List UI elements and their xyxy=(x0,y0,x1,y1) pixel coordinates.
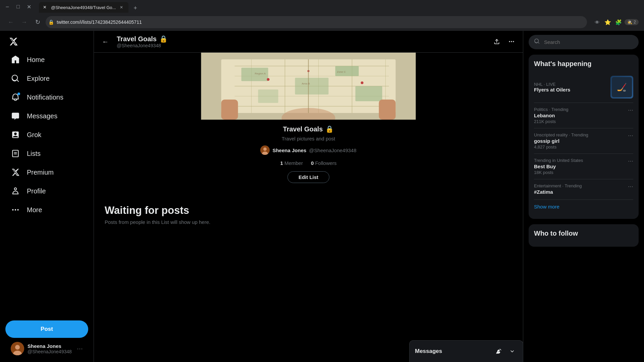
tab-bar: ✕ @SheenaJone49348/Travel Go... ✕ + xyxy=(36,1,143,13)
lebanon-more-icon[interactable]: ⋯ xyxy=(628,107,633,113)
user-profile-bar[interactable]: Sheena Jones @SheenaJone49348 ⋯ xyxy=(5,338,88,359)
address-bar[interactable]: 🔒 twitter.com/i/lists/174238425264440571… xyxy=(46,16,587,28)
browser-extra-controls: 👁 ⭐ 🧩 🕵️ 2 xyxy=(592,17,639,27)
close-button[interactable]: ✕ xyxy=(24,2,34,11)
owner-handle: @SheenaJone49348 xyxy=(309,147,356,153)
more-options-button[interactable] xyxy=(505,36,518,48)
browser-nav-bar: ← → ↻ 🔒 twitter.com/i/lists/174238425264… xyxy=(0,13,644,31)
trending-item-zatima[interactable]: Entertainment · Trending #Zatima ⋯ xyxy=(534,179,633,200)
browser-title-bar: – □ ✕ ✕ @SheenaJone49348/Travel Go... ✕ … xyxy=(0,0,644,13)
header-actions xyxy=(491,36,518,48)
new-tab-button[interactable]: + xyxy=(130,3,140,13)
main-content: ← Travel Goals 🔒 @SheenaJone49348 xyxy=(94,31,523,362)
search-bar[interactable] xyxy=(529,35,639,49)
sidebar-lists-label: Lists xyxy=(27,150,41,158)
post-button[interactable]: Post xyxy=(5,320,88,338)
url-display: twitter.com/i/lists/1742384252644405711 xyxy=(57,19,583,25)
svg-rect-19 xyxy=(356,86,382,101)
svg-text:Area B: Area B xyxy=(302,82,310,85)
app-layout: Home Explore Notifications xyxy=(0,31,644,362)
who-to-follow-section: Who to follow xyxy=(529,224,639,247)
list-title-display: Travel Goals 🔒 xyxy=(99,125,518,133)
refresh-button[interactable]: ↻ xyxy=(32,17,43,27)
sidebar-item-lists[interactable]: Lists xyxy=(5,145,88,162)
compose-message-button[interactable] xyxy=(493,346,504,357)
eye-slash-icon[interactable]: 👁 xyxy=(592,17,602,27)
lebanon-meta: Politics · Trending xyxy=(534,107,633,112)
notification-dot xyxy=(17,93,20,95)
banner-image: Region A Area B Zone C xyxy=(94,53,523,120)
member-count-stat[interactable]: 1 Member xyxy=(280,160,303,166)
svg-rect-18 xyxy=(258,89,278,103)
home-icon xyxy=(11,55,20,64)
incognito-badge[interactable]: 🕵️ 2 xyxy=(625,19,639,25)
collapse-messages-button[interactable] xyxy=(507,346,518,357)
search-icon xyxy=(534,38,540,46)
gossip-girl-count: 4,827 posts xyxy=(534,144,633,149)
follower-count-stat[interactable]: 0 Followers xyxy=(311,160,337,166)
whats-happening-title: What's happening xyxy=(534,60,633,68)
trending-item-lebanon[interactable]: Politics · Trending Lebanon 211K posts ⋯ xyxy=(534,103,633,128)
user-display-name: Sheena Jones xyxy=(28,343,73,349)
list-stats: 1 Member 0 Followers xyxy=(99,160,518,166)
svg-point-20 xyxy=(267,78,270,81)
svg-text:Zone C: Zone C xyxy=(337,70,346,73)
trending-item-nhl[interactable]: NHL · LIVE Flyers at Oilers 🏒 xyxy=(534,72,633,103)
maximize-button[interactable]: □ xyxy=(13,2,23,11)
show-more-link[interactable]: Show more xyxy=(534,200,633,214)
profile-icon xyxy=(11,186,20,196)
bookmark-icon[interactable]: ⭐ xyxy=(603,17,612,27)
trending-item-best-buy[interactable]: Trending in United States Best Buy 18K p… xyxy=(534,154,633,179)
zatima-meta: Entertainment · Trending xyxy=(534,183,633,188)
user-more-icon[interactable]: ⋯ xyxy=(77,345,83,352)
list-lock-symbol: 🔒 xyxy=(325,125,334,133)
grok-icon xyxy=(11,130,20,139)
trending-item-live-content: NHL · LIVE Flyers at Oilers 🏒 xyxy=(534,76,633,99)
sidebar-item-explore[interactable]: Explore xyxy=(5,70,88,87)
sidebar-item-grok[interactable]: Grok xyxy=(5,126,88,143)
gossip-girl-meta: Unscripted reality · Trending xyxy=(534,132,633,137)
svg-point-1 xyxy=(15,345,20,350)
header-title-text: Travel Goals xyxy=(117,35,157,43)
share-button[interactable] xyxy=(491,36,503,48)
trending-item-gossip-girl[interactable]: Unscripted reality · Trending gossip gir… xyxy=(534,128,633,154)
gossip-girl-more-icon[interactable]: ⋯ xyxy=(628,132,633,139)
header-title-block: Travel Goals 🔒 @SheenaJone49348 xyxy=(117,35,485,48)
active-tab[interactable]: ✕ @SheenaJone49348/Travel Go... ✕ xyxy=(39,2,128,13)
search-input[interactable] xyxy=(544,39,633,45)
best-buy-topic: Best Buy xyxy=(534,164,633,169)
svg-text:🏒: 🏒 xyxy=(617,82,627,92)
edit-list-button[interactable]: Edit List xyxy=(287,171,329,183)
sidebar-messages-label: Messages xyxy=(27,112,57,120)
sidebar-explore-label: Explore xyxy=(27,75,50,82)
tab-close-icon[interactable]: ✕ xyxy=(118,4,124,10)
sidebar-item-home[interactable]: Home xyxy=(5,51,88,68)
list-header: ← Travel Goals 🔒 @SheenaJone49348 xyxy=(94,31,523,53)
tab-title: @SheenaJone49348/Travel Go... xyxy=(51,5,116,10)
back-button[interactable]: ← xyxy=(99,36,111,48)
extensions-icon[interactable]: 🧩 xyxy=(614,17,623,27)
waiting-section: Waiting for posts Posts from people in t… xyxy=(94,188,523,241)
minimize-button[interactable]: – xyxy=(3,2,12,11)
x-logo-button[interactable] xyxy=(5,34,21,50)
sidebar-premium-label: Premium xyxy=(27,169,54,176)
more-icon xyxy=(11,205,20,215)
list-title-text: Travel Goals xyxy=(283,125,323,133)
left-sidebar: Home Explore Notifications xyxy=(0,31,94,362)
follower-count: 0 xyxy=(311,160,314,166)
back-nav-button[interactable]: ← xyxy=(5,17,16,27)
sidebar-item-profile[interactable]: Profile xyxy=(5,182,88,200)
sidebar-item-premium[interactable]: Premium xyxy=(5,164,88,181)
incognito-count: 2 xyxy=(634,20,636,24)
sidebar-item-messages[interactable]: Messages xyxy=(5,107,88,125)
sidebar-item-notifications[interactable]: Notifications xyxy=(5,88,88,106)
sidebar-grok-label: Grok xyxy=(27,131,41,139)
zatima-more-icon[interactable]: ⋯ xyxy=(628,183,633,190)
sidebar-item-more[interactable]: More xyxy=(5,201,88,219)
sidebar-nav: Home Explore Notifications xyxy=(5,51,88,315)
messages-icon xyxy=(11,111,20,121)
owner-name: Sheena Jones xyxy=(272,147,306,153)
notifications-icon xyxy=(11,93,20,102)
forward-nav-button[interactable]: → xyxy=(19,17,30,27)
best-buy-more-icon[interactable]: ⋯ xyxy=(628,158,633,164)
